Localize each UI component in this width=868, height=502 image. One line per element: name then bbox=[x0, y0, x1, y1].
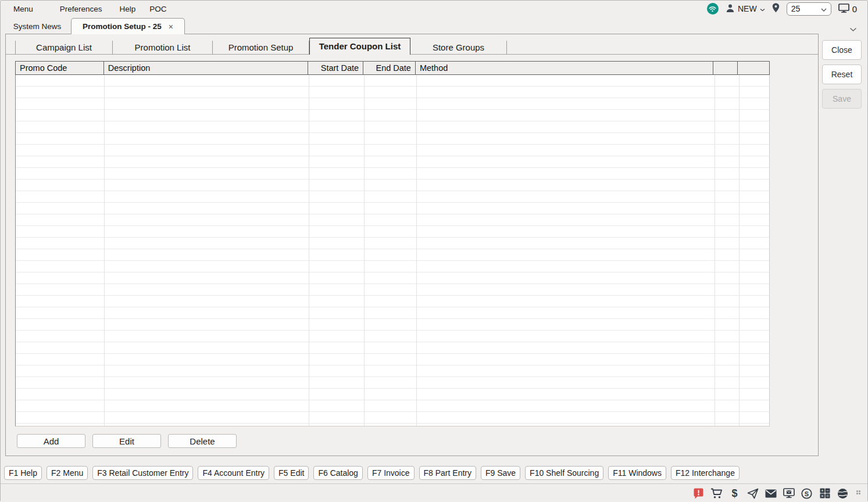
tab-tender-coupon-list[interactable]: Tender Coupon List bbox=[309, 38, 410, 55]
window-tabstrip: System News Promotion Setup - 25 × bbox=[1, 17, 867, 34]
resize-grip[interactable] bbox=[856, 490, 862, 496]
cart-icon[interactable] bbox=[710, 487, 723, 500]
topbar-right-cluster: NEW 25 0 bbox=[707, 1, 857, 17]
terminal-count-value: 0 bbox=[852, 4, 857, 14]
save-button[interactable]: Save bbox=[822, 89, 862, 109]
reset-button[interactable]: Reset bbox=[822, 64, 862, 84]
column-header-blank-2[interactable] bbox=[738, 62, 769, 74]
column-header-description[interactable]: Description bbox=[104, 62, 308, 74]
monitor-icon bbox=[838, 3, 849, 15]
menu-item-help[interactable]: Help bbox=[120, 5, 136, 13]
column-header-method[interactable]: Method bbox=[416, 62, 713, 74]
status-icon-tray: $ S +−×= bbox=[692, 484, 849, 502]
close-button[interactable]: Close bbox=[822, 40, 862, 60]
column-header-end-date[interactable]: End Date bbox=[363, 62, 416, 74]
tab-promotion-setup-label: Promotion Setup - 25 bbox=[83, 22, 162, 31]
svg-text:×: × bbox=[821, 493, 823, 499]
svg-text:S: S bbox=[805, 490, 809, 497]
alert-icon[interactable] bbox=[692, 487, 705, 500]
promotion-setup-panel: Campaign List Promotion List Promotion S… bbox=[5, 34, 819, 456]
svg-text:−: − bbox=[826, 488, 829, 493]
f6-catalog-button[interactable]: F6 Catalog bbox=[313, 466, 362, 480]
tab-list-chevron-icon[interactable] bbox=[849, 24, 857, 34]
status-bar: $ S +−×= bbox=[1, 483, 867, 502]
monitor-mail-icon[interactable] bbox=[783, 487, 795, 500]
chevron-down-icon bbox=[760, 4, 765, 13]
panel-tabstrip: Campaign List Promotion List Promotion S… bbox=[15, 38, 507, 55]
tab-store-groups[interactable]: Store Groups bbox=[410, 41, 507, 55]
svg-text:+: + bbox=[821, 488, 824, 493]
circled-s-icon[interactable]: S bbox=[801, 487, 813, 500]
column-divider bbox=[364, 75, 365, 426]
app-window: Menu Preferences Help POC NEW 25 0 bbox=[0, 0, 868, 502]
function-key-bar: F1 Help F2 Menu F3 Retail Customer Entry… bbox=[4, 465, 740, 481]
menu-item-menu[interactable]: Menu bbox=[13, 5, 33, 13]
f3-retail-customer-entry-button[interactable]: F3 Retail Customer Entry bbox=[92, 466, 193, 480]
globe-icon[interactable] bbox=[837, 487, 849, 500]
f12-interchange-button[interactable]: F12 Interchange bbox=[671, 466, 740, 480]
f2-menu-button[interactable]: F2 Menu bbox=[47, 466, 88, 480]
tab-promotion-setup[interactable]: Promotion Setup - 25 × bbox=[71, 18, 185, 34]
f4-account-entry-button[interactable]: F4 Account Entry bbox=[198, 466, 269, 480]
chevron-down-icon bbox=[821, 4, 827, 13]
delete-button[interactable]: Delete bbox=[168, 434, 237, 448]
column-header-blank-1[interactable] bbox=[713, 62, 738, 74]
location-pin-icon[interactable] bbox=[772, 3, 780, 15]
tender-coupon-table: Promo Code Description Start Date End Da… bbox=[15, 61, 770, 426]
tab-promotion-list[interactable]: Promotion List bbox=[113, 41, 213, 55]
column-header-start-date[interactable]: Start Date bbox=[308, 62, 363, 74]
terminal-count[interactable]: 0 bbox=[838, 3, 857, 15]
menu-item-poc[interactable]: POC bbox=[149, 5, 166, 13]
user-menu[interactable]: NEW bbox=[726, 3, 765, 15]
column-divider bbox=[309, 75, 309, 426]
tab-system-news[interactable]: System News bbox=[6, 19, 68, 34]
tab-campaign-list[interactable]: Campaign List bbox=[15, 41, 113, 55]
dollar-icon[interactable]: $ bbox=[728, 487, 741, 500]
table-header-row: Promo Code Description Start Date End Da… bbox=[15, 61, 770, 75]
user-label: NEW bbox=[738, 4, 757, 13]
tab-promotion-setup-inner[interactable]: Promotion Setup bbox=[213, 41, 309, 55]
close-tab-icon[interactable]: × bbox=[169, 23, 173, 31]
user-icon bbox=[726, 3, 735, 15]
wifi-status-icon[interactable] bbox=[707, 3, 719, 15]
f8-part-entry-button[interactable]: F8 Part Entry bbox=[419, 466, 476, 480]
f7-invoice-button[interactable]: F7 Invoice bbox=[367, 466, 415, 480]
mail-icon[interactable] bbox=[765, 487, 777, 500]
calculator-icon[interactable]: +−×= bbox=[819, 487, 831, 500]
store-select-value: 25 bbox=[791, 4, 801, 13]
column-divider bbox=[104, 75, 105, 426]
add-button[interactable]: Add bbox=[17, 434, 85, 448]
f9-save-button[interactable]: F9 Save bbox=[481, 466, 520, 480]
send-icon[interactable] bbox=[746, 487, 759, 500]
f11-windows-button[interactable]: F11 Windows bbox=[608, 466, 666, 480]
f5-edit-button[interactable]: F5 Edit bbox=[274, 466, 309, 480]
edit-button[interactable]: Edit bbox=[92, 434, 161, 448]
store-select[interactable]: 25 bbox=[787, 2, 831, 16]
column-header-promo-code[interactable]: Promo Code bbox=[16, 62, 104, 74]
column-divider bbox=[715, 75, 715, 426]
column-divider bbox=[416, 75, 417, 426]
f1-help-button[interactable]: F1 Help bbox=[4, 466, 42, 480]
menu-item-preferences[interactable]: Preferences bbox=[60, 5, 102, 13]
menubar: Menu Preferences Help POC NEW 25 0 bbox=[1, 1, 867, 17]
table-body[interactable] bbox=[15, 75, 770, 426]
f10-shelf-sourcing-button[interactable]: F10 Shelf Sourcing bbox=[525, 466, 603, 480]
column-divider bbox=[739, 75, 740, 426]
svg-text:=: = bbox=[826, 493, 829, 499]
